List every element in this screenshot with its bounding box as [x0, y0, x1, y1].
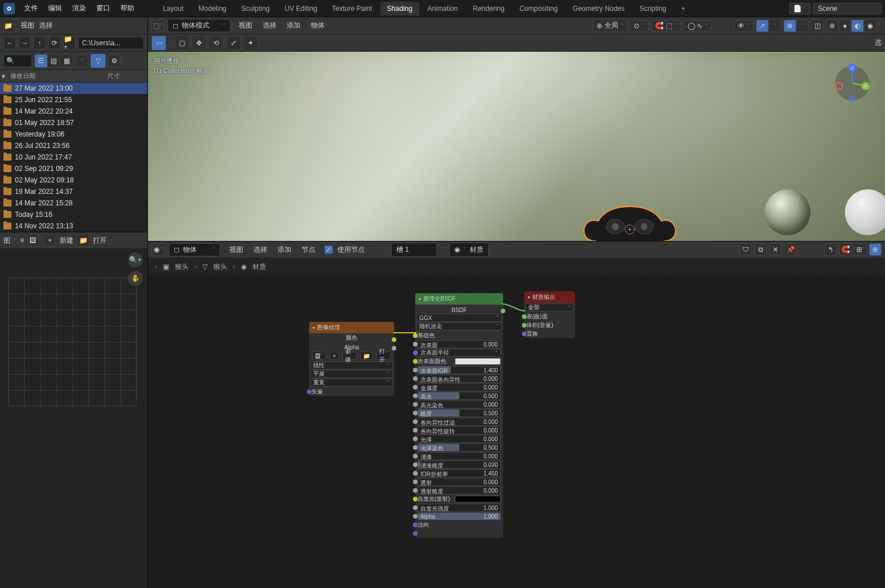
principled-bsdf-node[interactable]: ▾原理化BSDF BSDF GGX˅ 随机游走˅ 基础色 次表面0.000次表面… — [415, 293, 504, 538]
nav-gizmo[interactable]: Z Y — [832, 63, 872, 103]
material-field[interactable]: ◉˅ 材质 — [449, 243, 489, 257]
add-tab-icon[interactable]: + — [675, 2, 692, 15]
tab-geometry-nodes[interactable]: Geometry Nodes — [566, 2, 631, 15]
tab-texture-paint[interactable]: Texture Paint — [325, 2, 379, 15]
nav-refresh-icon[interactable]: ⟳ — [48, 37, 61, 49]
image-open-icon[interactable]: 📁 — [77, 234, 89, 247]
rendered-icon[interactable]: ◉ — [864, 20, 876, 32]
col-size[interactable]: 尺寸 — [107, 72, 147, 80]
file-row[interactable]: 14 Mar 2022 15:28 — [0, 197, 147, 209]
tab-animation[interactable]: Animation — [420, 2, 465, 15]
vp-object[interactable]: 物体 — [306, 19, 329, 32]
image-add-icon[interactable]: + — [44, 234, 56, 247]
node-canvas[interactable]: ▾图像纹理 颜色 Alpha 🖼˅ + 新建 📁 打开 线性˅ 平展˅ 重复˅ … — [148, 275, 885, 588]
mode-selector[interactable]: ◻ 物体模式 ˅ — [167, 19, 231, 32]
tab-sculpting[interactable]: Sculpting — [235, 2, 276, 15]
tool-box-icon[interactable]: ▢ — [174, 36, 189, 50]
node-view[interactable]: 视图 — [225, 243, 248, 256]
snap-toggle[interactable]: 🧲 ⬚˅ — [651, 20, 681, 32]
gray-preview-sphere[interactable] — [845, 189, 885, 235]
file-row[interactable]: 10 Jun 2022 17:47 — [0, 151, 147, 163]
image-dropdown-icon[interactable]: 🖼˅ — [28, 234, 40, 247]
sort-arrow-icon[interactable]: ▼ — [0, 73, 7, 80]
scene-icon-button[interactable]: 📄˅ — [789, 3, 810, 14]
monkey-object[interactable] — [578, 195, 681, 241]
pin-icon[interactable]: 📌 — [784, 243, 797, 256]
file-row[interactable]: 02 May 2022 09:18 — [0, 174, 147, 186]
proportional-toggle[interactable]: ◯ ∿˅ — [684, 20, 712, 32]
tool-scale-icon[interactable]: ⤢ — [226, 36, 241, 50]
menu-window[interactable]: 窗口 — [92, 1, 115, 15]
use-nodes-checkbox[interactable]: ✓ — [325, 246, 333, 254]
vp-select[interactable]: 选择 — [258, 19, 281, 32]
image-texture-node[interactable]: ▾图像纹理 颜色 Alpha 🖼˅ + 新建 📁 打开 线性˅ 平展˅ 重复˅ … — [309, 321, 395, 396]
close-icon[interactable]: ✕ — [769, 243, 782, 256]
copy-icon[interactable]: ⧉ — [754, 243, 767, 256]
settings-icon[interactable]: ⚙ — [108, 54, 120, 67]
tab-modeling[interactable]: Modeling — [192, 2, 233, 15]
tab-compositing[interactable]: Compositing — [513, 2, 565, 15]
search-input[interactable]: 🔍 — [3, 54, 32, 67]
menu-edit[interactable]: 编辑 — [44, 1, 67, 15]
file-row[interactable]: 26 Jul 2021 23:56 — [0, 140, 147, 151]
3d-viewport[interactable]: 用户透视 (1) Collection | 猴头 Z Y — [148, 52, 885, 241]
gizmo-dd[interactable]: ˅ — [769, 20, 781, 32]
menu-file[interactable]: 文件 — [20, 1, 42, 15]
display-detail-icon[interactable]: ▤ — [48, 54, 60, 67]
display-list-icon[interactable]: ☰ — [35, 54, 48, 67]
gizmo-icon[interactable]: ↗ — [756, 20, 769, 32]
file-row[interactable]: Yesterday 19:06 — [0, 128, 147, 140]
matprev-icon[interactable]: ◐ — [851, 20, 864, 32]
material-output-node[interactable]: ▾材质输出 全部˅ 表(曲)面 体积(音量) 置换 — [524, 291, 575, 338]
node-add[interactable]: 添加 — [273, 243, 296, 256]
col-date[interactable]: 修改日期 — [7, 72, 107, 80]
node-node[interactable]: 节点 — [297, 243, 320, 256]
viewport-editor-icon[interactable]: ⬚˅ — [151, 20, 164, 32]
solid-icon[interactable]: ● — [839, 20, 851, 32]
overlay-dd[interactable]: ˅ — [796, 20, 809, 32]
tool-rotate-icon[interactable]: ⟲ — [209, 36, 224, 50]
parent-icon[interactable]: ↰ — [824, 243, 837, 256]
path-field[interactable]: C:\Users\a... — [78, 37, 144, 49]
fb-menu-select[interactable]: 选择 — [39, 21, 53, 30]
filebrowser-editor-icon[interactable]: 📁˅ — [3, 20, 16, 32]
tab-scripting[interactable]: Scripting — [633, 2, 673, 15]
vp-add[interactable]: 添加 — [282, 19, 305, 32]
hdri-preview-sphere[interactable] — [765, 189, 810, 235]
pivot-selector[interactable]: ⊙˅ — [630, 20, 649, 32]
tool-transform-icon[interactable]: ✦ — [243, 36, 258, 50]
fb-menu-view[interactable]: 视图 — [21, 21, 34, 30]
node-mode-selector[interactable]: ◻ 物体˅ — [169, 243, 220, 256]
overlay-node-icon[interactable]: ⊕ — [869, 243, 882, 256]
overlay-icon[interactable]: ⊕ — [783, 20, 796, 32]
file-row[interactable]: 19 Mar 2022 14:37 — [0, 186, 147, 197]
visibility-toggle[interactable]: 👁˅ — [734, 20, 754, 32]
filter-icon[interactable]: ▽ — [91, 54, 106, 68]
snap-icon[interactable]: 🧲 — [839, 243, 852, 256]
tab-rendering[interactable]: Rendering — [466, 2, 511, 15]
img-menu-icon[interactable]: ≡ — [20, 236, 24, 244]
slot-selector[interactable]: 槽 1 — [391, 243, 437, 257]
node-editor-icon[interactable]: ◉˅ — [151, 243, 164, 256]
tab-layout[interactable]: Layout — [156, 2, 190, 15]
xray-icon[interactable]: ◫ — [811, 20, 824, 32]
file-row[interactable]: 25 Jun 2022 21:55 — [0, 94, 147, 106]
nav-newfolder-icon[interactable]: 📁+ — [63, 37, 76, 49]
img-editor-label[interactable]: 图 — [3, 236, 10, 246]
scene-name-field[interactable]: Scene — [813, 3, 882, 14]
shading-dd[interactable]: ˅ — [879, 23, 882, 29]
select-tool-icon[interactable]: ▭ — [151, 36, 166, 50]
file-row[interactable]: 27 Mar 2022 13:00 — [0, 83, 147, 94]
menu-render[interactable]: 渲染 — [68, 1, 91, 15]
zoom-icon[interactable]: 🔍+ — [128, 252, 143, 267]
shield-icon[interactable]: 🛡 — [739, 243, 752, 256]
orientation-selector[interactable]: ⊕ 全局 ˅ — [592, 19, 627, 32]
file-row[interactable]: Today 15:16 — [0, 209, 147, 220]
file-row[interactable]: 02 Sep 2021 09:29 — [0, 163, 147, 174]
nav-back-icon[interactable]: ← — [3, 37, 16, 49]
tab-uv-editing[interactable]: UV Editing — [278, 2, 324, 15]
blender-logo[interactable] — [3, 3, 15, 14]
sort-dropdown[interactable]: ˅ — [76, 54, 88, 67]
display-thumb-icon[interactable]: ▦ — [60, 54, 73, 67]
file-row[interactable]: 14 Nov 2022 13:13 — [0, 220, 147, 232]
